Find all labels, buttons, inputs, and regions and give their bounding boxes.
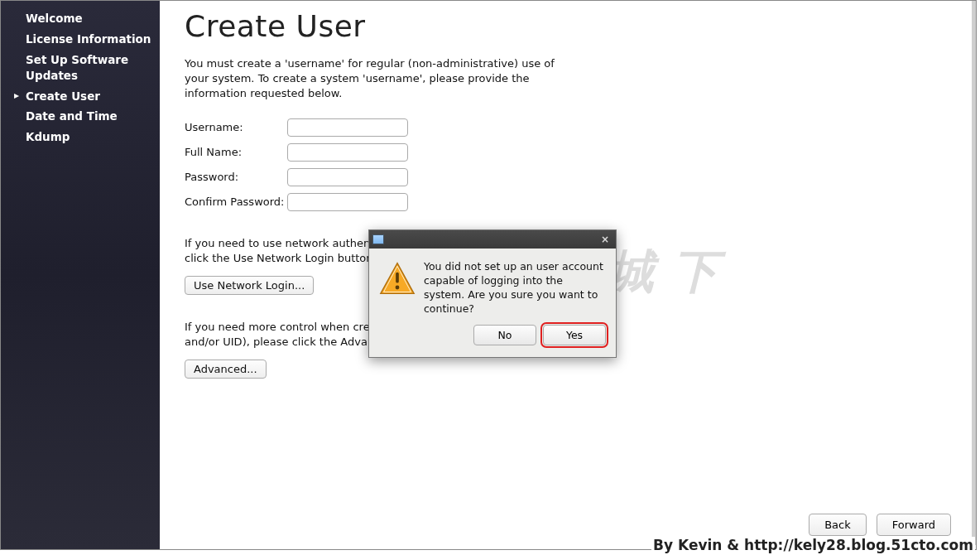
confirm-password-input[interactable] — [287, 193, 408, 211]
password-input[interactable] — [287, 168, 408, 186]
advanced-button[interactable]: Advanced... — [185, 360, 267, 379]
watermark-credit: By Kevin & http://kely28.blog.51cto.com — [651, 537, 975, 553]
forward-button[interactable]: Forward — [877, 514, 951, 536]
sidebar-item-software-updates[interactable]: Set Up Software Updates — [9, 52, 151, 84]
svg-rect-2 — [396, 273, 399, 283]
no-button[interactable]: No — [473, 325, 536, 345]
sidebar-item-welcome[interactable]: Welcome — [9, 11, 151, 27]
sidebar-item-date-time[interactable]: Date and Time — [9, 109, 151, 124]
confirm-password-label: Confirm Password: — [185, 195, 287, 208]
fullname-input[interactable] — [287, 143, 408, 162]
sidebar-item-license[interactable]: License Information — [9, 31, 151, 47]
fullname-label: Full Name: — [185, 146, 287, 158]
sidebar-item-create-user[interactable]: Create User — [9, 89, 151, 104]
use-network-login-button[interactable]: Use Network Login... — [185, 276, 314, 295]
close-icon[interactable]: × — [598, 234, 612, 245]
sidebar-item-kdump[interactable]: Kdump — [9, 129, 151, 145]
username-input[interactable] — [287, 118, 408, 137]
warning-icon — [379, 260, 416, 297]
dialog-titlebar[interactable]: × — [369, 230, 616, 249]
dialog-message: You did not set up an user account capab… — [424, 260, 606, 316]
back-button[interactable]: Back — [809, 514, 867, 536]
svg-point-3 — [396, 286, 400, 290]
page-title: Create User — [185, 9, 951, 43]
sidebar: Welcome License Information Set Up Softw… — [1, 1, 160, 549]
window-icon — [372, 234, 384, 244]
intro-text: You must create a 'username' for regular… — [185, 56, 565, 102]
password-label: Password: — [185, 171, 287, 183]
scrollbar[interactable] — [972, 1, 976, 545]
yes-button[interactable]: Yes — [543, 325, 606, 345]
confirm-dialog: × You did not set up an user account cap… — [368, 229, 617, 358]
username-label: Username: — [185, 121, 287, 133]
